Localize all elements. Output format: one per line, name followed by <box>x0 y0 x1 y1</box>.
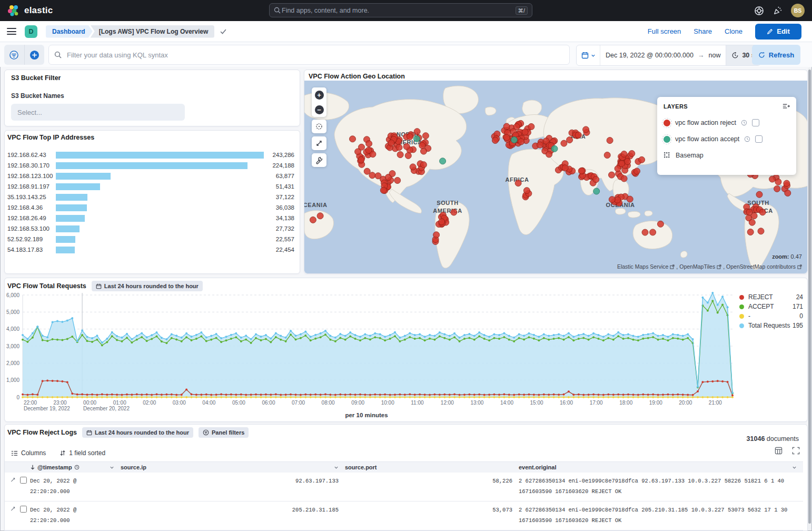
ip-bar-row[interactable]: 192.168.123.10063,877 <box>5 171 300 181</box>
ip-bar[interactable] <box>56 215 85 222</box>
reject-geo-dot[interactable] <box>546 151 552 158</box>
reject-geo-dot[interactable] <box>439 219 445 225</box>
saved-check-icon[interactable] <box>220 28 227 35</box>
kql-filter-input[interactable] <box>66 51 564 60</box>
reject-geo-dot[interactable] <box>604 152 610 159</box>
time-range-badge[interactable]: Last 24 hours rounded to the hour <box>82 427 193 438</box>
reject-geo-dot[interactable] <box>607 137 613 144</box>
set-view-button[interactable] <box>312 120 326 133</box>
map-tools-button[interactable] <box>312 153 326 167</box>
reject-geo-dot[interactable] <box>369 172 375 179</box>
layer-item-accept[interactable]: vpc flow action accept <box>664 135 790 143</box>
elastic-logo[interactable]: elastic <box>7 4 53 17</box>
reject-geo-dot[interactable] <box>420 162 427 168</box>
world-map[interactable]: NORTHAMERICASOUTHAMERICAAFRICAASIAOCEANI… <box>304 81 807 273</box>
s3-bucket-select[interactable]: Select... <box>11 104 185 121</box>
fit-to-data-button[interactable] <box>312 136 326 150</box>
reject-geo-dot[interactable] <box>583 126 589 133</box>
reject-geo-dot[interactable] <box>523 188 530 194</box>
column-header-timestamp[interactable]: @timestamp <box>27 464 117 470</box>
reject-geo-dot[interactable] <box>513 124 520 130</box>
reject-geo-dot[interactable] <box>759 209 766 215</box>
ip-bar[interactable] <box>56 194 87 201</box>
row-checkbox[interactable] <box>20 506 27 513</box>
reject-geo-dot[interactable] <box>451 209 457 215</box>
reject-geo-dot[interactable] <box>407 133 413 140</box>
reject-geo-dot[interactable] <box>619 161 625 167</box>
page-scrollbar[interactable] <box>808 67 811 530</box>
ip-bar[interactable] <box>56 247 75 253</box>
reject-geo-dot[interactable] <box>389 171 395 177</box>
attribution-link[interactable]: OpenMapTiles <box>679 263 715 270</box>
layer-item-reject[interactable]: vpc flow action reject <box>664 119 790 126</box>
reject-geo-dot[interactable] <box>621 175 627 182</box>
ip-bar-row[interactable]: 192.168.4.3636,038 <box>5 202 300 213</box>
accept-geo-dot[interactable] <box>551 145 558 152</box>
reject-geo-dot[interactable] <box>355 149 361 155</box>
reject-geo-dot[interactable] <box>528 123 534 130</box>
ip-bar[interactable] <box>56 204 87 211</box>
panel-filters-badge[interactable]: Panel filters <box>199 427 249 438</box>
reject-geo-dot[interactable] <box>433 232 440 238</box>
reject-geo-dot[interactable] <box>747 229 754 235</box>
reject-geo-dot[interactable] <box>746 209 752 215</box>
reject-geo-dot[interactable] <box>350 136 356 142</box>
reject-geo-dot[interactable] <box>421 148 427 154</box>
reject-geo-dot[interactable] <box>380 187 387 193</box>
reject-geo-dot[interactable] <box>769 176 776 182</box>
reject-geo-dot[interactable] <box>774 185 780 192</box>
date-range-start[interactable]: Dec 19, 2022 @ 00:00:00.000 <box>606 52 694 59</box>
reject-geo-dot[interactable] <box>396 144 402 151</box>
legend-item[interactable]: Total Requests195 <box>739 321 803 330</box>
help-icon[interactable] <box>754 6 764 16</box>
newsfeed-icon[interactable] <box>773 6 783 16</box>
reject-geo-dot[interactable] <box>609 172 615 178</box>
reject-geo-dot[interactable] <box>650 229 656 235</box>
global-search-input[interactable] <box>281 6 516 15</box>
date-range-end[interactable]: now <box>708 52 720 59</box>
reject-geo-dot[interactable] <box>503 123 510 130</box>
reject-geo-dot[interactable] <box>317 213 323 219</box>
reject-geo-dot[interactable] <box>629 151 635 157</box>
layer-checkbox[interactable] <box>755 135 763 143</box>
map-attribution[interactable]: Elastic Maps Service, OpenMapTiles, Open… <box>617 263 802 270</box>
ip-bar[interactable] <box>56 183 100 190</box>
layer-item-basemap[interactable]: Basemap <box>664 152 790 159</box>
reject-geo-dot[interactable] <box>310 217 316 223</box>
accept-geo-dot[interactable] <box>511 137 517 143</box>
reject-geo-dot[interactable] <box>419 142 425 149</box>
zoom-out-button[interactable]: − <box>315 105 324 114</box>
ip-bar[interactable] <box>56 173 111 180</box>
chevron-down-icon[interactable] <box>792 465 797 470</box>
collapse-layers-icon[interactable] <box>782 102 790 110</box>
column-header-source-port[interactable]: source.port <box>342 464 516 470</box>
reject-geo-dot[interactable] <box>492 137 499 144</box>
menu-icon[interactable] <box>7 26 16 37</box>
reject-geo-dot[interactable] <box>358 156 364 163</box>
reject-geo-dot[interactable] <box>405 152 411 159</box>
reject-geo-dot[interactable] <box>642 229 648 235</box>
legend-item[interactable]: REJECT24 <box>739 293 803 301</box>
table-row[interactable]: Dec 20, 2022 @ 22:20:20.00092.63.197.133… <box>5 473 803 502</box>
ip-bar[interactable] <box>56 236 75 243</box>
reject-geo-dot[interactable] <box>609 196 615 203</box>
accept-geo-dot[interactable] <box>413 135 420 142</box>
reject-geo-dot[interactable] <box>522 129 528 135</box>
reject-geo-dot[interactable] <box>627 196 633 202</box>
reject-geo-dot[interactable] <box>634 168 640 174</box>
display-options-icon[interactable] <box>775 447 783 455</box>
refresh-button[interactable]: Refresh <box>752 45 800 65</box>
ip-bar-row[interactable]: 192.168.91.19751,431 <box>5 181 300 192</box>
reject-geo-dot[interactable] <box>621 151 627 158</box>
sort-fields-button[interactable]: 1 field sorted <box>60 449 105 457</box>
reject-geo-dot[interactable] <box>375 173 381 179</box>
expand-row-icon[interactable] <box>10 477 16 483</box>
accept-geo-dot[interactable] <box>593 188 600 194</box>
legend-item[interactable]: ACCEPT171 <box>739 302 803 311</box>
reject-geo-dot[interactable] <box>388 140 394 146</box>
reject-geo-dot[interactable] <box>758 228 764 234</box>
zoom-in-button[interactable]: + <box>315 91 324 100</box>
reject-geo-dot[interactable] <box>403 143 410 150</box>
reject-geo-dot[interactable] <box>578 168 585 174</box>
reject-geo-dot[interactable] <box>657 221 664 227</box>
